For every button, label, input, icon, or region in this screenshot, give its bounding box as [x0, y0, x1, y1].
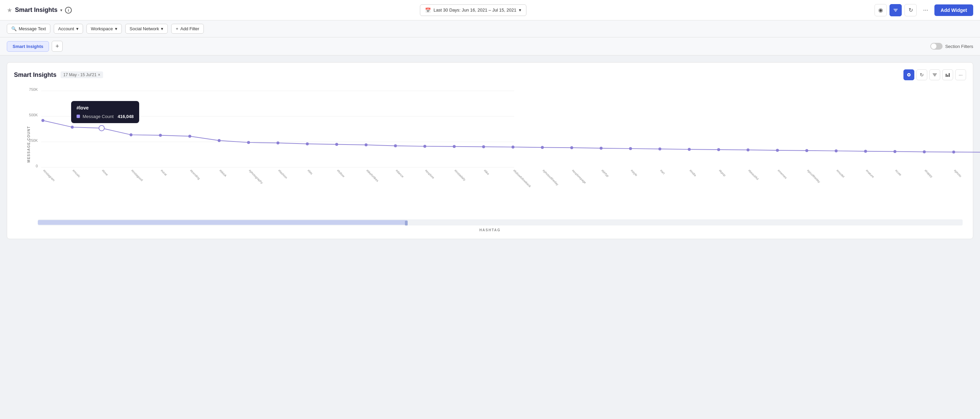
tooltip-row: Message Count 416,048 — [76, 114, 134, 119]
svg-point-29 — [335, 143, 338, 146]
tabs-left: Smart Insights + — [7, 41, 63, 52]
widget-card: Smart Insights 17 May - 15 Jul'21 × ↻ — [7, 62, 973, 239]
svg-text:#instadaily: #instadaily — [453, 169, 466, 181]
svg-point-22 — [130, 133, 132, 136]
social-network-label: Social Network — [130, 26, 159, 31]
workspace-filter[interactable]: Workspace ▾ — [86, 24, 122, 34]
svg-text:#photo: #photo — [953, 169, 962, 178]
tooltip-value: 416,048 — [118, 114, 134, 119]
workspace-arrow: ▾ — [115, 26, 118, 31]
svg-text:#follow: #follow — [336, 169, 345, 178]
svg-point-28 — [306, 143, 309, 145]
account-arrow: ▾ — [76, 26, 79, 31]
message-text-filter[interactable]: 🔍 Message Text — [7, 24, 50, 34]
svg-point-38 — [600, 147, 603, 150]
chart-svg: 750K 500K 250K 0 #instagram#music#love#i… — [38, 86, 966, 211]
svg-text:#dance: #dance — [395, 169, 404, 178]
scrollbar-handle[interactable] — [405, 221, 408, 225]
add-tab-button[interactable]: + — [52, 41, 63, 52]
svg-text:#trending: #trending — [189, 169, 201, 180]
social-network-filter[interactable]: Social Network ▾ — [125, 24, 168, 34]
svg-text:#model: #model — [836, 169, 845, 178]
star-button[interactable]: ★ — [7, 6, 12, 14]
svg-text:#beautiful: #beautiful — [748, 169, 759, 181]
svg-text:#photooftheday: #photooftheday — [542, 169, 559, 186]
bar-chart-icon — [945, 73, 950, 77]
message-text-label: Message Text — [19, 26, 46, 31]
section-filters-label: Section Filters — [945, 44, 973, 49]
svg-text:#art: #art — [659, 169, 666, 175]
section-filters: Section Filters — [930, 43, 973, 50]
svg-text:#bhfyp: #bhfyp — [601, 169, 609, 178]
widget-title-area: Smart Insights 17 May - 15 Jul'21 × — [14, 71, 103, 79]
svg-point-46 — [835, 150, 837, 152]
svg-text:#instagram: #instagram — [43, 169, 56, 182]
section-filters-toggle[interactable] — [930, 43, 943, 50]
tooltip-hashtag: #love — [76, 105, 134, 111]
svg-text:#likeforlikes: #likeforlikes — [366, 169, 379, 183]
svg-point-43 — [746, 149, 749, 151]
widget-date-close[interactable]: × — [98, 73, 100, 77]
social-network-arrow: ▾ — [161, 26, 163, 31]
filter-icon — [893, 8, 898, 13]
svg-text:#like: #like — [483, 169, 490, 176]
scrollbar-area[interactable] — [38, 219, 963, 225]
svg-point-34 — [482, 146, 485, 148]
widget-refresh-button[interactable]: ↻ — [916, 69, 927, 80]
svg-rect-10 — [949, 73, 950, 77]
more-options-button[interactable]: ··· — [920, 4, 932, 16]
add-widget-button[interactable]: Add Widget — [934, 5, 973, 16]
svg-text:#followfollowback: #followfollowback — [512, 169, 532, 188]
svg-point-45 — [805, 149, 808, 152]
widget-actions: ↻ ··· — [904, 69, 966, 80]
svg-text:#cute: #cute — [894, 169, 902, 176]
add-filter-button[interactable]: + Add Filter — [171, 24, 204, 34]
svg-point-40 — [659, 148, 661, 150]
svg-text:#nature: #nature — [865, 169, 875, 179]
x-axis-label: HASHTAG — [14, 228, 966, 232]
widget-insights-button[interactable] — [904, 69, 914, 80]
refresh-button[interactable]: ↻ — [904, 4, 917, 16]
search-icon: 🔍 — [11, 26, 17, 31]
y-axis-label: MESSAGE COUNT — [27, 126, 30, 163]
widget-header: Smart Insights 17 May - 15 Jul'21 × ↻ — [14, 69, 966, 80]
svg-text:#tiktok: #tiktok — [219, 169, 228, 178]
smart-insights-tab[interactable]: Smart Insights — [7, 41, 49, 52]
svg-point-20 — [71, 126, 73, 129]
svg-point-49 — [923, 150, 926, 153]
widget-more-button[interactable]: ··· — [955, 69, 966, 80]
svg-text:#memes: #memes — [777, 169, 788, 179]
title-dropdown-button[interactable]: ▾ — [60, 8, 62, 13]
info-icon[interactable]: i — [65, 7, 72, 14]
workspace-label: Workspace — [91, 26, 113, 31]
filter-button[interactable] — [889, 4, 902, 16]
eye-button[interactable]: ◉ — [875, 4, 887, 16]
date-range-button[interactable]: 📅 Last 30 Days: Jun 16, 2021 – Jul 15, 2… — [420, 5, 527, 16]
scrollbar-thumb[interactable] — [38, 220, 408, 225]
date-range-label: Last 30 Days: Jun 16, 2021 – Jul 15, 202… — [434, 8, 517, 13]
svg-point-30 — [365, 143, 368, 146]
header-left: ★ Smart Insights ▾ i — [7, 6, 72, 14]
main-content: Smart Insights 17 May - 15 Jul'21 × ↻ — [0, 56, 980, 246]
svg-text:#bts: #bts — [307, 169, 313, 175]
insights-icon — [907, 73, 911, 77]
date-dropdown-arrow: ▾ — [519, 8, 521, 13]
account-filter[interactable]: Account ▾ — [54, 24, 83, 34]
svg-point-33 — [453, 145, 456, 148]
svg-text:0: 0 — [36, 164, 38, 168]
svg-point-27 — [277, 141, 279, 144]
svg-point-19 — [41, 119, 44, 122]
widget-filter-button[interactable] — [929, 69, 940, 80]
svg-text:#happy: #happy — [924, 169, 933, 178]
svg-point-21 — [99, 125, 105, 131]
svg-point-4 — [908, 74, 910, 76]
widget-bar-button[interactable] — [942, 69, 953, 80]
svg-text:#instagood: #instagood — [130, 169, 143, 182]
svg-point-32 — [423, 145, 426, 148]
chart-area: MESSAGE COUNT 750K 500K 250K 0 #instagra… — [14, 86, 966, 232]
svg-point-23 — [159, 134, 162, 137]
widget-date-text: 17 May - 15 Jul'21 — [63, 73, 97, 77]
svg-point-26 — [247, 141, 250, 144]
svg-text:#love: #love — [101, 169, 108, 176]
page-title: Smart Insights — [15, 6, 57, 14]
